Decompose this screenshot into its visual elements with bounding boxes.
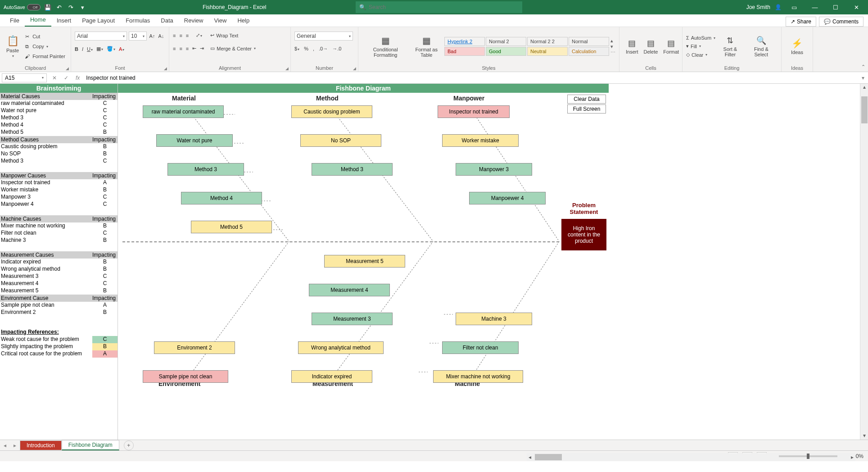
- style-normal2[interactable]: Normal 2: [486, 37, 526, 46]
- align-left-icon[interactable]: ≡: [173, 46, 176, 51]
- fill-button[interactable]: ▾Fill▾: [686, 42, 715, 50]
- brainstorm-row[interactable]: Method 5B: [0, 129, 118, 136]
- insert-cells-button[interactable]: ▤Insert: [623, 29, 641, 64]
- brainstorm-row[interactable]: Water not pureC: [0, 107, 118, 114]
- font-dialog-icon[interactable]: ◢: [164, 66, 167, 71]
- maximize-icon[interactable]: ☐: [827, 4, 844, 11]
- brainstorm-row[interactable]: Manpower 3C: [0, 194, 118, 201]
- formula-input[interactable]: Inspector not trained: [83, 74, 858, 82]
- node-environment-1[interactable]: Sample pipe not clean: [143, 370, 228, 383]
- tab-data[interactable]: Data: [155, 14, 178, 27]
- node-measurement-1[interactable]: Indicator expired: [291, 370, 372, 383]
- node-material-2[interactable]: Water not pure: [156, 134, 233, 147]
- tab-file[interactable]: File: [5, 14, 25, 27]
- scroll-up-icon[interactable]: ▴: [860, 84, 868, 90]
- search-box[interactable]: 🔍: [356, 1, 522, 13]
- node-manpower-4[interactable]: Manpoewer 4: [469, 192, 546, 204]
- redo-icon[interactable]: ↷: [67, 3, 76, 12]
- node-manpower-3[interactable]: Manpower 3: [456, 163, 532, 176]
- zoom-slider-thumb[interactable]: [807, 454, 809, 459]
- tab-help[interactable]: Help: [232, 14, 255, 27]
- conditional-formatting-button[interactable]: ▦Conditional Formatting: [362, 29, 409, 64]
- tab-home[interactable]: Home: [25, 14, 51, 27]
- font-color-button[interactable]: A▾: [119, 46, 124, 52]
- brainstorm-row[interactable]: No SOPB: [0, 150, 118, 158]
- node-machine-2[interactable]: Filter not clean: [442, 341, 519, 354]
- increase-decimal-icon[interactable]: .0→: [319, 46, 328, 51]
- italic-button[interactable]: I: [82, 46, 83, 52]
- brainstorm-row[interactable]: Measurement 4C: [0, 280, 118, 287]
- node-method-1[interactable]: Caustic dosing problem: [291, 105, 372, 118]
- decrease-font-icon[interactable]: A↓: [158, 32, 165, 40]
- align-right-icon[interactable]: ≡: [186, 46, 189, 51]
- brainstorm-row[interactable]: Indicator expiredB: [0, 259, 118, 266]
- expand-formula-bar-icon[interactable]: ▾: [858, 75, 868, 81]
- style-neutral[interactable]: Neutral: [527, 47, 568, 56]
- tab-view[interactable]: View: [208, 14, 232, 27]
- brainstorm-row[interactable]: Wrong analytical methodB: [0, 266, 118, 273]
- styles-up-icon[interactable]: ▴: [610, 38, 615, 44]
- orientation-icon[interactable]: ⤢▾: [196, 32, 202, 38]
- tab-insert[interactable]: Insert: [51, 14, 77, 27]
- brainstorm-row[interactable]: Caustic dosing problemB: [0, 143, 118, 150]
- save-icon[interactable]: 💾: [43, 3, 52, 12]
- brainstorm-row[interactable]: Filter not cleanC: [0, 230, 118, 237]
- brainstorm-row[interactable]: raw material contaminatedC: [0, 100, 118, 107]
- borders-button[interactable]: ▦▾: [96, 46, 103, 52]
- style-hyperlink2[interactable]: Hyperlink 2: [444, 37, 485, 46]
- blank-cells-area[interactable]: [609, 84, 860, 440]
- format-as-table-button[interactable]: ▦Format as Table: [409, 29, 444, 64]
- underline-button[interactable]: U▾: [87, 46, 93, 52]
- horizontal-scrollbar[interactable]: ◂ ▸: [527, 453, 855, 461]
- add-sheet-button[interactable]: +: [124, 440, 134, 450]
- brainstorm-row[interactable]: Method 4C: [0, 122, 118, 129]
- merge-center-button[interactable]: ▭Merge & Center▾: [210, 45, 256, 52]
- qat-dropdown-icon[interactable]: ▾: [78, 3, 87, 12]
- style-bad[interactable]: Bad: [444, 47, 485, 56]
- sheet-tab-fishbone[interactable]: Fishbone Diagram: [62, 440, 119, 450]
- find-select-button[interactable]: 🔍Find & Select: [745, 29, 778, 64]
- copy-button[interactable]: ⧉Copy▾: [23, 42, 65, 51]
- style-normal[interactable]: Normal: [569, 37, 609, 46]
- style-normal22[interactable]: Normal 2 2: [527, 37, 568, 46]
- align-center-icon[interactable]: ≡: [179, 46, 182, 51]
- node-material-3[interactable]: Method 3: [167, 163, 244, 176]
- format-painter-button[interactable]: 🖌Format Painter: [23, 52, 65, 61]
- font-size-select[interactable]: 10▾: [129, 32, 147, 41]
- increase-indent-icon[interactable]: ⇥: [200, 45, 204, 51]
- user-avatar-icon[interactable]: 👤: [775, 4, 782, 10]
- clear-data-button[interactable]: Clear Data: [567, 95, 606, 104]
- brainstorm-row[interactable]: Inspector not trainedA: [0, 179, 118, 186]
- node-machine-3[interactable]: Machine 3: [456, 313, 532, 325]
- sort-filter-button[interactable]: ⇅Sort & Filter: [715, 29, 745, 64]
- brainstorm-row[interactable]: Sample pipe not cleanA: [0, 302, 118, 309]
- increase-font-icon[interactable]: A↑: [149, 32, 156, 40]
- hscroll-right-icon[interactable]: ▸: [849, 454, 855, 460]
- share-button[interactable]: ↗Share: [786, 17, 816, 27]
- tab-nav-prev-icon[interactable]: ◂: [0, 442, 10, 449]
- node-measurement-5[interactable]: Measurement 5: [324, 255, 405, 268]
- ribbon-display-icon[interactable]: ▭: [786, 4, 802, 11]
- paste-button[interactable]: 📋 Paste▾: [4, 29, 22, 64]
- fx-icon[interactable]: fx: [72, 75, 83, 81]
- decrease-indent-icon[interactable]: ⇤: [192, 45, 196, 51]
- ideas-button[interactable]: ⚡Ideas: [785, 29, 809, 64]
- style-calculation[interactable]: Calculation: [569, 47, 609, 56]
- number-format-select[interactable]: General▾: [294, 32, 353, 41]
- minimize-icon[interactable]: —: [807, 4, 823, 11]
- tab-nav-next-icon[interactable]: ▸: [10, 442, 20, 449]
- sheet-tab-introduction[interactable]: Introduction: [20, 440, 62, 450]
- align-bottom-icon[interactable]: ≡: [186, 33, 189, 38]
- brainstorm-row[interactable]: Measurement 5B: [0, 287, 118, 295]
- format-cells-button[interactable]: ▤Format: [660, 29, 682, 64]
- clear-button[interactable]: ◇Clear▾: [686, 51, 715, 59]
- cancel-formula-icon[interactable]: ✕: [49, 75, 60, 81]
- node-manpower-2[interactable]: Worker mistake: [442, 134, 519, 147]
- vertical-scrollbar[interactable]: ▴ ▾: [860, 84, 868, 440]
- styles-down-icon[interactable]: ▾: [610, 44, 615, 50]
- brainstorm-row[interactable]: Manpoewer 4C: [0, 201, 118, 208]
- user-name[interactable]: Joe Smith: [746, 4, 770, 10]
- brainstorm-row[interactable]: Worker mistakeB: [0, 186, 118, 194]
- font-name-select[interactable]: Arial▾: [75, 32, 127, 41]
- autosave-toggle[interactable]: AutoSave Off: [4, 4, 41, 10]
